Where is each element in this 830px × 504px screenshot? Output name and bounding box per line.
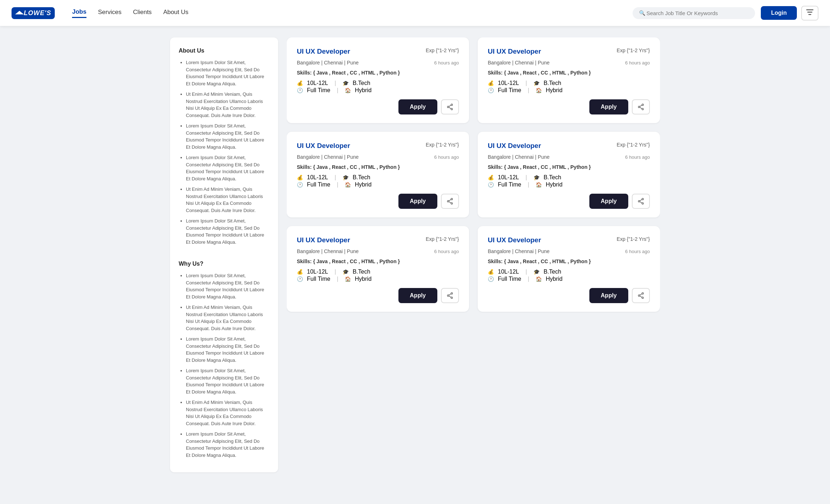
job-detail-row-2: Full Time | Hybrid <box>488 181 650 188</box>
job-title[interactable]: UI UX Developer <box>297 48 350 55</box>
job-skills: Skills: { Java , React , CC , HTML , Pyt… <box>297 258 459 264</box>
job-type: Full Time <box>307 276 330 282</box>
job-details: 10L-12L | B.Tech Full Time | Hybrid <box>488 80 650 94</box>
job-detail-row-1: 10L-12L | B.Tech <box>297 174 459 181</box>
job-posted-time: 6 hours ago <box>434 60 459 66</box>
job-card: UI UX Developer Exp {"1-2 Yrs"} Bangalor… <box>478 226 660 312</box>
separator: | <box>337 276 338 282</box>
list-item: Lorem Ipsum Dolor Sit Amet, Consectetur … <box>186 367 269 395</box>
job-type: Full Time <box>498 276 521 282</box>
svg-line-17 <box>449 202 451 203</box>
svg-point-14 <box>451 203 452 204</box>
svg-point-13 <box>451 198 452 200</box>
salary-icon <box>488 80 494 86</box>
svg-rect-2 <box>808 14 811 15</box>
navbar: LOWE'S JobsServicesClientsAbout Us Login <box>0 0 830 26</box>
job-exp: Exp {"1-2 Yrs"} <box>617 142 650 148</box>
separator: | <box>335 269 336 275</box>
job-meta-row: Bangalore | Chennai | Pune 6 hours ago <box>488 60 650 66</box>
apply-button[interactable]: Apply <box>589 288 628 303</box>
svg-line-32 <box>640 296 642 297</box>
job-education: B.Tech <box>544 269 561 275</box>
apply-button[interactable]: Apply <box>398 194 437 209</box>
search-icon <box>639 10 645 16</box>
logo[interactable]: LOWE'S <box>12 7 55 19</box>
salary-icon <box>297 269 303 275</box>
share-button[interactable] <box>632 194 650 209</box>
salary-icon <box>488 175 494 180</box>
job-title[interactable]: UI UX Developer <box>297 142 350 150</box>
job-location: Bangalore | Chennai | Pune <box>488 60 550 66</box>
separator: | <box>335 174 336 181</box>
job-work-mode: Hybrid <box>355 276 371 282</box>
separator: | <box>526 269 527 275</box>
separator: | <box>528 181 529 188</box>
job-title[interactable]: UI UX Developer <box>488 236 541 244</box>
job-card: UI UX Developer Exp {"1-2 Yrs"} Bangalor… <box>287 132 469 217</box>
job-title[interactable]: UI UX Developer <box>297 236 350 244</box>
job-details: 10L-12L | B.Tech Full Time | Hybrid <box>488 269 650 282</box>
job-meta-row: Bangalore | Chennai | Pune 6 hours ago <box>488 154 650 160</box>
filter-button[interactable] <box>801 6 818 21</box>
login-button[interactable]: Login <box>761 6 797 20</box>
apply-button[interactable]: Apply <box>398 99 437 114</box>
job-detail-row-1: 10L-12L | B.Tech <box>488 269 650 275</box>
svg-point-24 <box>451 297 452 298</box>
salary-icon <box>488 269 494 275</box>
job-title[interactable]: UI UX Developer <box>488 142 541 150</box>
job-card: UI UX Developer Exp {"1-2 Yrs"} Bangalor… <box>287 226 469 312</box>
job-actions: Apply <box>488 99 650 114</box>
job-work-mode: Hybrid <box>546 181 562 188</box>
job-detail-row-2: Full Time | Hybrid <box>297 87 459 94</box>
share-button[interactable] <box>632 288 650 303</box>
job-detail-row-1: 10L-12L | B.Tech <box>488 174 650 181</box>
job-posted-time: 6 hours ago <box>625 60 650 66</box>
job-location: Bangalore | Chennai | Pune <box>297 248 359 254</box>
share-button[interactable] <box>441 99 459 114</box>
list-item: Ut Enim Ad Minim Veniam, Quis Nostrud Ex… <box>186 186 269 214</box>
svg-point-25 <box>447 295 449 296</box>
job-salary: 10L-12L <box>498 174 519 181</box>
job-education: B.Tech <box>353 269 370 275</box>
nav-link-about-us[interactable]: About Us <box>163 9 188 17</box>
clock-icon <box>488 276 494 282</box>
why-us-list: Lorem Ipsum Dolor Sit Amet, Consectetur … <box>179 272 269 459</box>
svg-point-23 <box>451 293 452 294</box>
job-detail-row-1: 10L-12L | B.Tech <box>488 80 650 86</box>
about-us-list: Lorem Ipsum Dolor Sit Amet, Consectetur … <box>179 59 269 246</box>
nav-link-services[interactable]: Services <box>98 9 121 17</box>
clock-icon <box>488 182 494 188</box>
job-posted-time: 6 hours ago <box>434 249 459 254</box>
job-skills: Skills: { Java , React , CC , HTML , Pyt… <box>488 70 650 76</box>
apply-button[interactable]: Apply <box>589 99 628 114</box>
svg-line-22 <box>640 202 642 203</box>
apply-button[interactable]: Apply <box>589 194 628 209</box>
search-input[interactable] <box>646 10 749 16</box>
job-actions: Apply <box>488 288 650 303</box>
job-meta-row: Bangalore | Chennai | Pune 6 hours ago <box>297 60 459 66</box>
share-button[interactable] <box>632 99 650 114</box>
job-title[interactable]: UI UX Developer <box>488 48 541 55</box>
search-bar[interactable] <box>633 7 755 19</box>
job-skills: Skills: { Java , React , CC , HTML , Pyt… <box>297 70 459 76</box>
apply-button[interactable]: Apply <box>398 288 437 303</box>
job-actions: Apply <box>297 99 459 114</box>
education-icon <box>534 80 540 86</box>
nav-links: JobsServicesClientsAbout Us <box>72 8 633 18</box>
home-icon <box>536 87 542 93</box>
job-actions: Apply <box>297 194 459 209</box>
svg-line-21 <box>640 199 642 201</box>
job-posted-time: 6 hours ago <box>625 154 650 160</box>
list-item: Lorem Ipsum Dolor Sit Amet, Consectetur … <box>186 217 269 246</box>
job-location: Bangalore | Chennai | Pune <box>297 60 359 66</box>
job-actions: Apply <box>297 288 459 303</box>
share-button[interactable] <box>441 194 459 209</box>
svg-line-26 <box>449 294 451 295</box>
separator: | <box>528 87 529 94</box>
list-item: Lorem Ipsum Dolor Sit Amet, Consectetur … <box>186 431 269 459</box>
nav-link-clients[interactable]: Clients <box>133 9 152 17</box>
share-button[interactable] <box>441 288 459 303</box>
job-work-mode: Hybrid <box>355 87 371 94</box>
job-card: UI UX Developer Exp {"1-2 Yrs"} Bangalor… <box>478 132 660 217</box>
nav-link-jobs[interactable]: Jobs <box>72 8 86 18</box>
